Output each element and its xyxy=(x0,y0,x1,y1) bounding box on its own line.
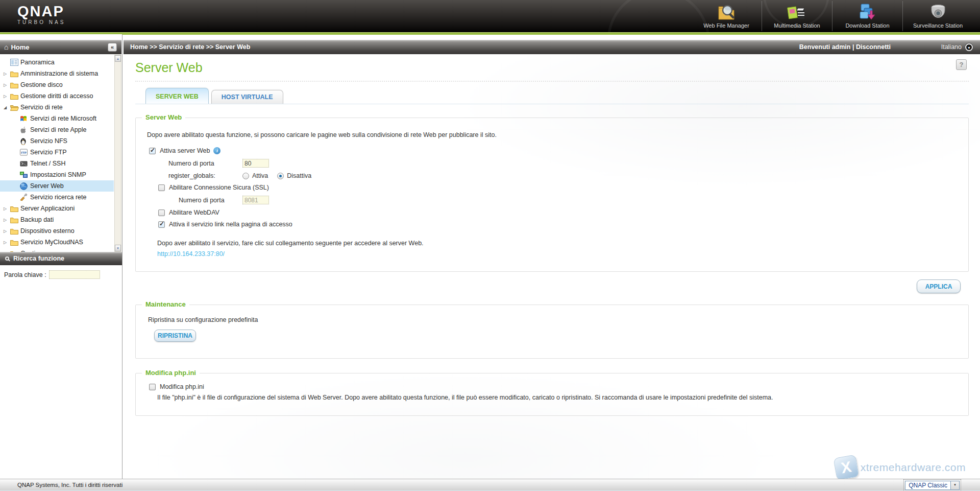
network-search-icon xyxy=(20,194,30,201)
ssl-checkbox[interactable] xyxy=(158,184,165,191)
function-search-header: Ricerca funzione xyxy=(0,252,122,265)
station-web-file-manager[interactable]: Web File Manager xyxy=(691,1,762,31)
register-globals-attiva-label: Attiva xyxy=(252,172,268,179)
sidebar-item-panoramica[interactable]: Panoramica xyxy=(0,57,114,68)
tree-arrow-icon[interactable]: ▷ xyxy=(4,229,10,233)
apply-button[interactable]: APPLICA xyxy=(917,279,961,293)
theme-selector[interactable]: QNAP Classic ▼ xyxy=(905,481,960,490)
globe-icon xyxy=(20,182,30,190)
scroll-up-icon[interactable]: ▲ xyxy=(115,55,121,62)
maintenance-text: Ripristina su configurazione predefinita xyxy=(148,316,958,323)
attiva-server-web-checkbox[interactable] xyxy=(149,148,156,154)
language-label: Italiano xyxy=(941,40,962,54)
server-web-note: Dopo aver abilitato il servizio, fare cl… xyxy=(157,240,958,247)
tab-host-virtuale[interactable]: HOST VIRTUALE xyxy=(211,90,283,104)
tree-arrow-icon[interactable]: ▷ xyxy=(4,240,10,245)
sidebar-item-telnet-ssh[interactable]: Telnet / SSH xyxy=(0,158,114,169)
sidebar-scrollbar[interactable]: ▲ ▼ xyxy=(114,55,121,252)
php-ini-checkbox[interactable] xyxy=(149,384,156,390)
tree-arrow-icon[interactable]: ▷ xyxy=(4,83,10,87)
tree-item-label: Telnet / SSH xyxy=(30,160,65,167)
home-icon: ⌂ xyxy=(4,43,8,51)
tree-item-label: Panoramica xyxy=(20,59,55,66)
tree-item-label: Dispositivo esterno xyxy=(20,227,75,235)
watermark-text: xtremehardware.com xyxy=(861,461,966,474)
penguin-icon xyxy=(20,137,30,145)
welcome-text: Benvenuti admin xyxy=(799,43,851,51)
port-input[interactable] xyxy=(242,159,269,168)
sidebar-item-server-web[interactable]: Server Web xyxy=(0,180,114,192)
sidebar-tree: Panoramica ▷ Amministrazione di sistema … xyxy=(0,54,114,252)
tree-item-label: Gestione disco xyxy=(20,81,63,88)
register-globals-attiva-radio[interactable] xyxy=(242,173,249,179)
tree-arrow-icon[interactable]: ◢ xyxy=(4,105,10,110)
tree-item-label: Servizio NFS xyxy=(30,137,67,145)
folder-icon xyxy=(10,82,20,88)
tree-item-label: Impostazioni SNMP xyxy=(30,171,86,178)
tree-item-label: Servizi di rete Apple xyxy=(30,126,86,133)
logout-link[interactable]: Disconnetti xyxy=(856,43,891,51)
register-globals-label: register_globals: xyxy=(168,172,242,179)
select-arrow-icon[interactable]: ▼ xyxy=(950,481,959,489)
register-globals-disattiva-radio[interactable] xyxy=(277,173,284,179)
tree-item-label: Gestione diritti di accesso xyxy=(20,92,93,100)
sidebar-item-servizio-ftp[interactable]: FTP Servizio FTP xyxy=(0,147,114,158)
tree-arrow-icon[interactable]: ▷ xyxy=(4,218,10,222)
sidebar-item-servizio-nfs[interactable]: Servizio NFS xyxy=(0,135,114,147)
search-icon xyxy=(5,256,9,261)
server-web-groupbox: Server Web Dopo avere abilitato questa f… xyxy=(135,118,969,272)
top-header: QNAP TURBO NAS Web File Manager Multimed… xyxy=(0,0,980,32)
scroll-down-icon[interactable]: ▼ xyxy=(115,245,121,251)
tree-arrow-icon[interactable]: ▷ xyxy=(4,72,10,76)
tree-arrow-icon[interactable]: ▷ xyxy=(4,206,10,211)
sidebar-item-servizio-mycloudnas[interactable]: ▷ Servizio MyCloudNAS xyxy=(0,237,114,248)
collapse-sidebar-button[interactable]: « xyxy=(108,43,117,52)
php-ini-groupbox: Modifica php.ini Modifica php.ini Il fil… xyxy=(135,373,969,416)
tree-arrow-icon[interactable]: ▷ xyxy=(4,94,10,99)
keyword-input[interactable] xyxy=(49,270,100,279)
language-dropdown-icon[interactable]: ▼ xyxy=(965,43,973,51)
help-icon[interactable]: ? xyxy=(956,59,967,70)
php-ini-description: Il file "php.ini" è il file di configura… xyxy=(157,394,958,401)
server-web-legend: Server Web xyxy=(142,113,185,121)
info-icon[interactable]: i xyxy=(213,147,220,154)
tab-strip: SERVER WEB HOST VIRTUALE xyxy=(145,88,283,104)
sidebar-item-backup-dati[interactable]: ▷ Backup dati xyxy=(0,214,114,225)
restore-button[interactable]: RIPRISTINA xyxy=(154,330,196,342)
qnap-logo: QNAP TURBO NAS xyxy=(17,4,65,25)
breadcrumb[interactable]: Home >> Servizio di rete >> Server Web xyxy=(130,40,250,54)
sidebar-item-server-applicazioni[interactable]: ▷ Server Applicazioni xyxy=(0,203,114,214)
sidebar-item-servizi-di-rete-microsoft[interactable]: Servizi di rete Microsoft xyxy=(0,113,114,124)
login-link-checkbox[interactable] xyxy=(158,221,165,228)
sidebar-item-servizi-di-rete-apple[interactable]: Servizi di rete Apple xyxy=(0,124,114,135)
ssl-port-input[interactable] xyxy=(242,196,269,204)
microsoft-icon xyxy=(20,115,30,122)
sidebar-item-gestione-disco[interactable]: ▷ Gestione disco xyxy=(0,79,114,90)
multimedia-station-icon xyxy=(762,2,832,24)
station-download-station[interactable]: Download Station xyxy=(832,1,902,31)
tab-server-web[interactable]: SERVER WEB xyxy=(145,88,209,104)
download-station-icon xyxy=(832,2,902,24)
sidebar-item-dispositivo-esterno[interactable]: ▷ Dispositivo esterno xyxy=(0,225,114,237)
ssl-port-label: Numero di porta xyxy=(179,197,242,204)
sidebar-item-impostazioni-snmp[interactable]: Impostazioni SNMP xyxy=(0,169,114,180)
folder-icon xyxy=(10,239,20,246)
sidebar-item-servizio-di-rete[interactable]: ◢ Servizio di rete xyxy=(0,102,114,113)
webdav-checkbox[interactable] xyxy=(158,209,165,216)
language-selector[interactable]: Italiano ▼ xyxy=(941,40,973,54)
folder-icon xyxy=(10,93,20,100)
webdav-label: Abilitare WebDAV xyxy=(169,209,219,216)
php-ini-legend: Modifica php.ini xyxy=(142,369,200,377)
station-surveillance-station[interactable]: Surveillance Station xyxy=(902,1,973,31)
sidebar-item-gestione[interactable]: ▷ Gestione xyxy=(0,248,114,252)
web-server-link[interactable]: http://10.164.233.37:80/ xyxy=(157,250,225,258)
login-link-label: Attiva il servizio link nella pagina di … xyxy=(169,221,292,228)
sidebar-item-gestione-diritti-di-accesso[interactable]: ▷ Gestione diritti di accesso xyxy=(0,90,114,102)
folder-icon xyxy=(10,205,20,212)
sidebar: Panoramica ▷ Amministrazione di sistema … xyxy=(0,34,122,479)
tree-item-label: Servizio FTP xyxy=(30,149,67,156)
station-multimedia-station[interactable]: Multimedia Station xyxy=(762,1,832,31)
sidebar-title: Home xyxy=(11,43,29,51)
sidebar-item-servizio-ricerca-rete[interactable]: Servizio ricerca rete xyxy=(0,192,114,203)
sidebar-item-amministrazione-di-sistema[interactable]: ▷ Amministrazione di sistema xyxy=(0,68,114,79)
